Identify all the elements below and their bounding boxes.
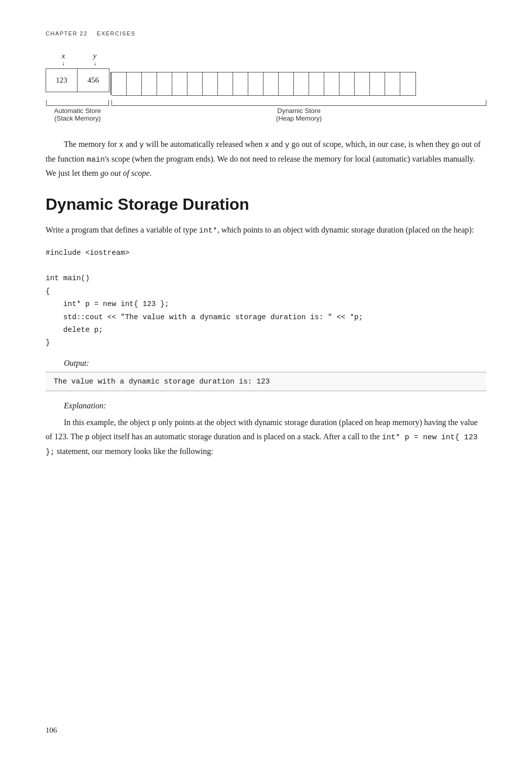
paragraph-1: The memory for x and y will be automatic… [46, 137, 486, 180]
heap-cell-18 [370, 72, 385, 95]
heap-cell-19 [385, 72, 400, 95]
auto-label-section: Automatic Store (Stack Memory) [46, 100, 109, 122]
heap-cell-5 [172, 72, 187, 95]
auto-cells: 123 456 [46, 68, 109, 92]
explanation-paragraph: In this example, the object p only point… [46, 415, 486, 459]
heap-cell-15 [324, 72, 339, 95]
var-labels-row: x ↓ y ↓ [46, 52, 110, 66]
heap-cell-10 [248, 72, 263, 95]
arrow-x: ↓ [62, 60, 65, 66]
auto-brace [46, 100, 109, 106]
heap-cell-13 [294, 72, 309, 95]
diagram-cells-row: x ↓ y ↓ 123 456 [46, 52, 486, 96]
heap-cell-2 [127, 72, 142, 95]
page: CHAPTER 22 EXERCISES x ↓ y ↓ [0, 0, 532, 760]
heap-cell-11 [263, 72, 279, 95]
chapter-header: CHAPTER 22 EXERCISES [46, 30, 486, 36]
heap-cell-3 [142, 72, 157, 95]
heap-cell-20 [400, 72, 415, 95]
var-x-label: x ↓ [48, 52, 79, 66]
section-heading: Dynamic Storage Duration [46, 195, 486, 214]
heap-cell-16 [339, 72, 355, 95]
diagram-labels-row: Automatic Store (Stack Memory) Dynamic S… [46, 100, 486, 122]
cell-y: 456 [78, 69, 109, 92]
heap-store-section [111, 52, 416, 96]
heap-cells [111, 72, 416, 96]
heap-label-section: Dynamic Store (Heap Memory) [111, 100, 486, 122]
chapter-label: CHAPTER 22 [46, 30, 88, 36]
section-label: EXERCISES [97, 30, 135, 36]
heap-cell-4 [157, 72, 172, 95]
code-block: #include <iostream> int main() { int* p … [46, 247, 486, 350]
explanation-label: Explanation: [46, 401, 486, 410]
heap-cell-1 [111, 72, 127, 95]
output-box: The value with a dynamic storage duratio… [46, 372, 486, 391]
heap-cell-9 [233, 72, 248, 95]
intro-paragraph: Write a program that defines a variable … [46, 223, 486, 238]
heap-store-label: Dynamic Store (Heap Memory) [276, 107, 322, 122]
heap-cell-14 [309, 72, 324, 95]
output-label: Output: [46, 359, 486, 368]
heap-cell-6 [187, 72, 203, 95]
auto-store-section: x ↓ y ↓ 123 456 [46, 52, 110, 92]
cell-x: 123 [46, 69, 78, 92]
heap-brace [111, 100, 486, 106]
var-y-label: y ↓ [79, 52, 110, 66]
arrow-y: ↓ [93, 60, 96, 66]
heap-cell-17 [355, 72, 370, 95]
auto-store-label: Automatic Store (Stack Memory) [54, 107, 101, 122]
heap-cell-8 [218, 72, 233, 95]
page-number: 106 [46, 726, 57, 735]
heap-cell-12 [279, 72, 294, 95]
heap-cell-7 [203, 72, 218, 95]
memory-diagram: x ↓ y ↓ 123 456 [46, 52, 486, 122]
